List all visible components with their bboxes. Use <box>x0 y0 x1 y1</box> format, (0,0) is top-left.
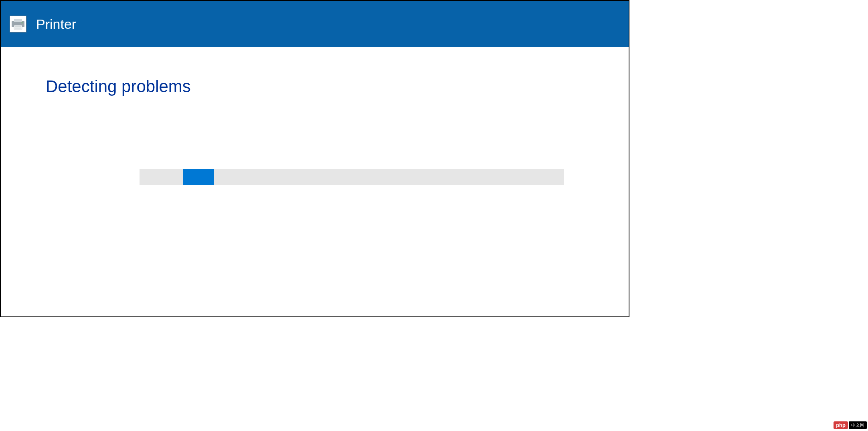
printer-icon <box>10 16 26 32</box>
progress-bar-track <box>140 169 564 185</box>
svg-rect-1 <box>14 19 22 22</box>
troubleshooter-window: Printer Detecting problems <box>0 0 629 317</box>
progress-bar-indicator <box>183 169 214 185</box>
watermark: php 中文网 <box>834 421 867 429</box>
page-heading: Detecting problems <box>46 77 584 96</box>
svg-rect-2 <box>14 25 22 29</box>
watermark-badge: php <box>834 421 848 429</box>
svg-point-5 <box>22 22 23 24</box>
window-titlebar: Printer <box>1 1 629 47</box>
window-content: Detecting problems <box>1 47 629 185</box>
watermark-text: 中文网 <box>849 421 867 429</box>
window-title: Printer <box>36 16 76 32</box>
